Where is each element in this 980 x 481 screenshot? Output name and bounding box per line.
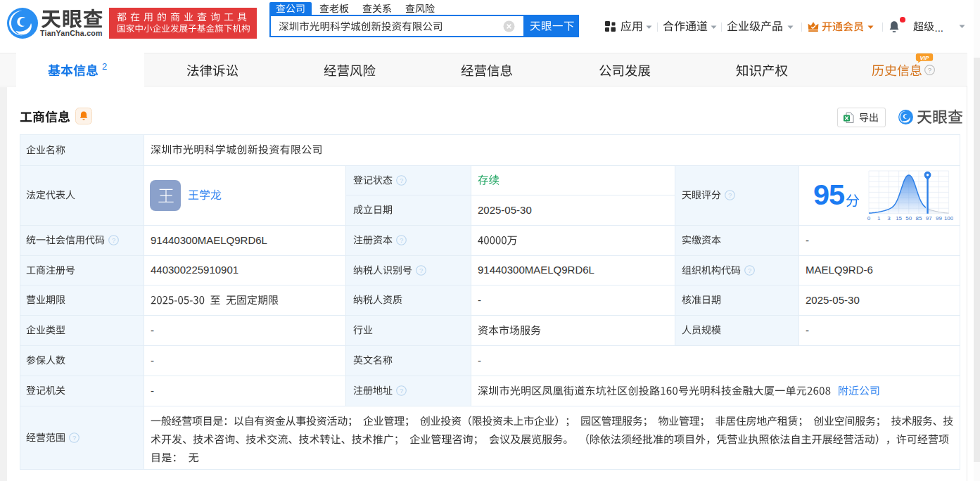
svg-text:?: ?: [748, 267, 751, 274]
svg-text:85: 85: [916, 215, 922, 222]
svg-text:97: 97: [926, 215, 932, 222]
svg-text:100: 100: [944, 215, 953, 222]
svg-text:99: 99: [936, 215, 942, 222]
svg-text:?: ?: [928, 66, 931, 74]
svg-text:?: ?: [728, 191, 732, 199]
svg-text:?: ?: [400, 236, 403, 244]
svg-text:VIP: VIP: [919, 55, 929, 61]
svg-text:?: ?: [400, 177, 403, 184]
svg-text:?: ?: [419, 267, 423, 274]
svg-text:0: 0: [867, 215, 871, 222]
svg-text:1: 1: [877, 215, 881, 222]
svg-text:?: ?: [400, 387, 403, 395]
svg-text:?: ?: [72, 434, 75, 442]
svg-text:50: 50: [905, 215, 912, 222]
svg-text:?: ?: [111, 236, 115, 244]
svg-text:3: 3: [887, 215, 891, 222]
svg-text:15: 15: [896, 215, 902, 222]
